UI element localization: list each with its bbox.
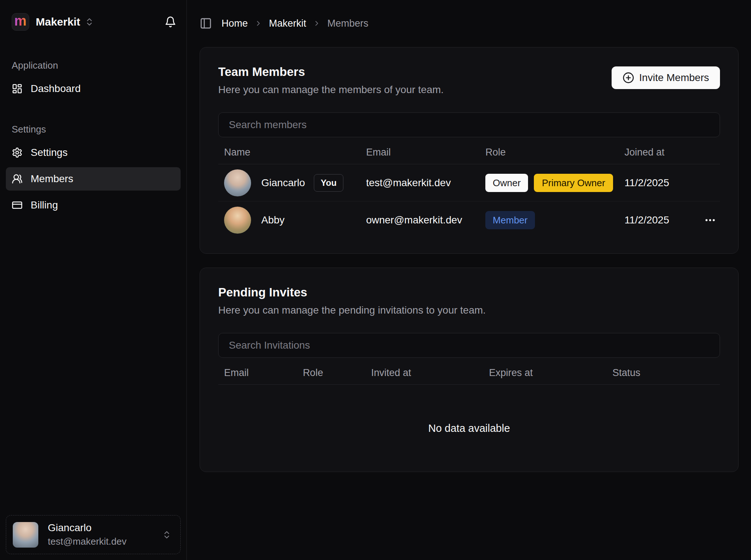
column-header-invited: Invited at — [365, 367, 483, 379]
column-header-role: Role — [297, 367, 365, 379]
sidebar-item-settings[interactable]: Settings — [6, 141, 181, 164]
column-header-status: Status — [606, 367, 720, 379]
you-badge: You — [314, 174, 344, 192]
sidebar-item-label: Members — [31, 173, 73, 185]
search-invitations-input[interactable] — [218, 333, 720, 358]
empty-state-message: No data available — [218, 385, 720, 472]
invitations-table-header: Email Role Invited at Expires at Status — [218, 361, 720, 385]
avatar — [224, 207, 251, 234]
ellipsis-icon — [704, 214, 716, 226]
table-row: Giancarlo You test@makerkit.dev Owner Pr… — [218, 164, 720, 202]
avatar — [224, 169, 251, 196]
notifications-bell-icon[interactable] — [165, 16, 176, 28]
members-table-header: Name Email Role Joined at — [218, 141, 720, 164]
user-name: Giancarlo — [48, 522, 153, 534]
invitations-table: Email Role Invited at Expires at Status … — [218, 361, 720, 472]
column-header-name: Name — [218, 147, 360, 158]
chevrons-up-down-icon — [162, 530, 172, 540]
member-name-cell: Abby — [218, 207, 360, 234]
card-title: Pending Invites — [218, 285, 720, 299]
sidebar-item-members[interactable]: Members — [6, 167, 181, 191]
circle-plus-icon — [623, 72, 634, 84]
section-label-settings: Settings — [6, 124, 181, 135]
search-members-input[interactable] — [218, 112, 720, 137]
users-icon — [12, 173, 23, 184]
team-members-card: Team Members Here you can manage the mem… — [200, 47, 739, 254]
sidebar-toggle-icon[interactable] — [200, 17, 212, 30]
sidebar-item-dashboard[interactable]: Dashboard — [6, 77, 181, 100]
member-joined-at: 11/2/2025 — [619, 177, 689, 189]
card-description: Here you can manage the pending invitati… — [218, 304, 720, 316]
gear-icon — [12, 147, 23, 158]
sidebar-item-billing[interactable]: Billing — [6, 193, 181, 217]
breadcrumb-workspace[interactable]: Makerkit — [269, 18, 306, 29]
sidebar-item-label: Dashboard — [31, 83, 81, 95]
dashboard-icon — [12, 83, 23, 94]
account-menu-button[interactable]: Giancarlo test@makerkit.dev — [6, 515, 181, 554]
workspace-name: Makerkit — [36, 16, 80, 28]
spacer — [6, 220, 181, 515]
sidebar: m Makerkit Application Dashboard Setting… — [0, 0, 187, 560]
chevrons-up-down-icon — [85, 17, 94, 27]
sidebar-item-label: Billing — [31, 199, 58, 211]
member-role-cell: Owner Primary Owner — [480, 174, 619, 192]
member-badge: Member — [485, 211, 535, 229]
member-email: test@makerkit.dev — [360, 177, 480, 189]
user-email: test@makerkit.dev — [48, 536, 153, 547]
sidebar-item-label: Settings — [31, 147, 68, 158]
invite-members-label: Invite Members — [639, 72, 709, 84]
card-title: Team Members — [218, 65, 444, 79]
chevron-right-icon — [254, 19, 262, 27]
member-actions-cell — [689, 210, 720, 230]
member-role-cell: Member — [480, 211, 619, 229]
credit-card-icon — [12, 200, 23, 211]
member-joined-at: 11/2/2025 — [619, 214, 689, 226]
member-name-cell: Giancarlo You — [218, 169, 360, 196]
primary-owner-badge: Primary Owner — [534, 174, 613, 192]
chevron-right-icon — [313, 19, 321, 27]
section-label-application: Application — [6, 60, 181, 71]
nav-gap — [6, 103, 181, 124]
card-description: Here you can manage the members of your … — [218, 84, 444, 96]
logo-letter: m — [14, 14, 27, 28]
column-header-expires: Expires at — [483, 367, 606, 379]
column-header-role: Role — [480, 147, 619, 158]
pending-invites-card: Pending Invites Here you can manage the … — [200, 268, 739, 472]
breadcrumb-home[interactable]: Home — [222, 18, 248, 29]
column-header-joined: Joined at — [619, 147, 689, 158]
makerkit-logo: m — [12, 13, 29, 31]
row-actions-menu-button[interactable] — [700, 210, 720, 230]
invite-members-button[interactable]: Invite Members — [612, 66, 720, 89]
column-header-email: Email — [360, 147, 480, 158]
main-content: Home Makerkit Members Team Members Here … — [187, 0, 751, 560]
sidebar-nav: Application Dashboard Settings Settings … — [6, 60, 181, 220]
pending-invites-heading: Pending Invites Here you can manage the … — [218, 285, 720, 316]
breadcrumb: Home Makerkit Members — [200, 15, 739, 32]
team-members-header: Team Members Here you can manage the mem… — [218, 65, 720, 96]
column-header-email: Email — [218, 367, 297, 379]
team-members-heading: Team Members Here you can manage the mem… — [218, 65, 444, 96]
user-meta: Giancarlo test@makerkit.dev — [48, 522, 153, 547]
owner-badge: Owner — [485, 174, 528, 192]
user-avatar — [13, 522, 38, 548]
member-name: Abby — [261, 214, 285, 226]
members-table: Name Email Role Joined at Giancarlo You … — [218, 141, 720, 239]
breadcrumb-current: Members — [327, 18, 369, 29]
member-email: owner@makerkit.dev — [360, 214, 480, 226]
table-row: Abby owner@makerkit.dev Member 11/2/2025 — [218, 202, 720, 239]
workspace-switcher[interactable]: m Makerkit — [6, 12, 181, 32]
member-name: Giancarlo — [261, 177, 305, 189]
